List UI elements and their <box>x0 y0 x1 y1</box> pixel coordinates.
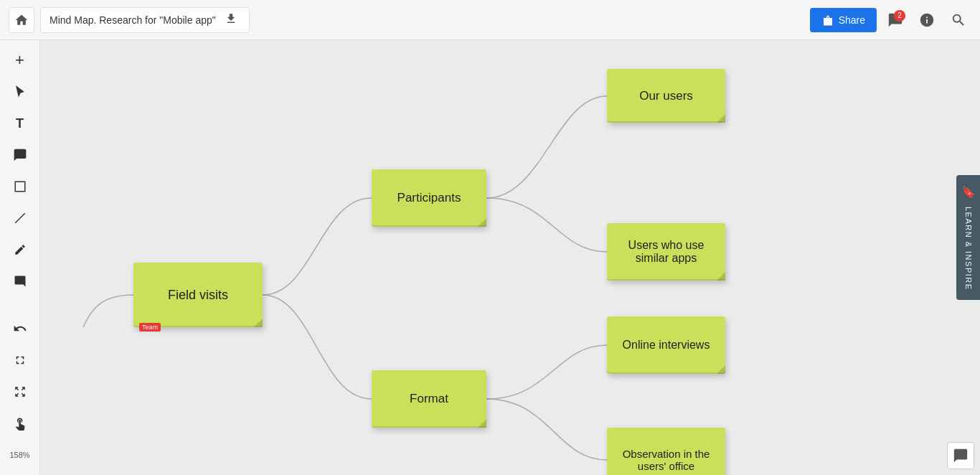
online-interviews-node[interactable]: Online interviews <box>607 316 725 374</box>
learn-inspire-label: LEARN & INSPIRE <box>964 206 973 290</box>
messages-button[interactable]: 2 <box>882 7 908 33</box>
rectangle-tool[interactable] <box>6 172 34 201</box>
comment-tool[interactable] <box>6 267 34 296</box>
line-tool[interactable] <box>6 204 34 232</box>
bookmark-icon: 🔖 <box>961 185 975 201</box>
sticky-note-tool[interactable] <box>6 141 34 169</box>
canvas[interactable]: Field visits Team Participants Format Ou… <box>40 40 980 475</box>
undo-button[interactable] <box>6 314 34 343</box>
pen-tool[interactable] <box>6 235 34 264</box>
add-button[interactable]: + <box>6 46 34 75</box>
text-tool[interactable]: T <box>6 109 34 138</box>
select-tool[interactable] <box>6 77 34 106</box>
format-node[interactable]: Format <box>372 370 486 428</box>
similar-apps-node[interactable]: Users who use similar apps <box>607 223 725 281</box>
zoom-level: 158% <box>6 441 34 469</box>
svg-line-3 <box>15 213 25 223</box>
title-bar: Mind Map. Research for "Mobile app" <box>40 7 250 33</box>
notification-badge: 2 <box>894 10 905 22</box>
field-visits-node[interactable]: Field visits Team <box>133 263 263 327</box>
expand-button[interactable] <box>6 377 34 406</box>
chat-button[interactable] <box>947 442 974 469</box>
header: Mind Map. Research for "Mobile app" Shar… <box>0 0 980 40</box>
upload-button[interactable] <box>222 12 240 28</box>
observation-node[interactable]: Observation in the users' office <box>607 428 725 475</box>
chat-icon <box>953 448 969 464</box>
svg-point-0 <box>825 20 826 22</box>
svg-rect-2 <box>15 182 25 192</box>
share-label: Share <box>839 14 865 26</box>
left-toolbar: + T 158% <box>0 40 40 475</box>
fit-screen-button[interactable] <box>6 346 34 375</box>
hand-tool[interactable] <box>6 409 34 438</box>
home-button[interactable] <box>9 7 34 33</box>
info-button[interactable] <box>914 7 940 33</box>
document-title: Mind Map. Research for "Mobile app" <box>50 14 216 26</box>
participants-node[interactable]: Participants <box>372 169 486 227</box>
team-badge: Team <box>139 323 161 331</box>
our-users-node[interactable]: Our users <box>607 69 725 123</box>
learn-inspire-panel[interactable]: 🔖 LEARN & INSPIRE <box>956 175 980 300</box>
share-button[interactable]: Share <box>810 8 877 32</box>
svg-point-1 <box>829 20 830 22</box>
search-button[interactable] <box>946 7 971 33</box>
